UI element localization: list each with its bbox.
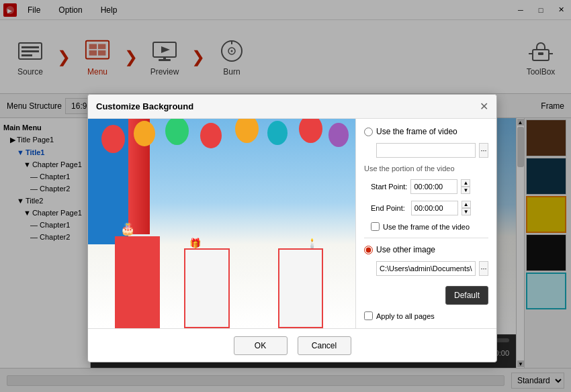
- video-path-input[interactable]: [376, 143, 476, 158]
- image-path-row: ···: [376, 261, 488, 276]
- separator: [364, 238, 488, 238]
- use-frame-checkbox-label: Use the frame of the video: [383, 223, 470, 231]
- dialog-options: Use the frame of video ··· Use the porti…: [355, 119, 496, 328]
- end-point-down[interactable]: ▼: [462, 208, 471, 215]
- use-frame-radio-row: Use the frame of video: [364, 127, 488, 136]
- use-image-label: Use other image: [376, 245, 435, 254]
- apply-all-row: Apply to all pages: [364, 311, 488, 320]
- video-browse-button[interactable]: ···: [479, 143, 488, 158]
- end-point-row: End Point: ▲ ▼: [371, 201, 488, 215]
- use-frame-checkbox-row: Use the frame of the video: [371, 222, 488, 231]
- video-portion-label: Use the portion of the video: [364, 164, 488, 173]
- use-image-radio-row: Use other image: [364, 245, 488, 254]
- use-frame-checkbox[interactable]: [371, 222, 380, 231]
- start-point-up[interactable]: ▲: [461, 179, 470, 187]
- end-point-input[interactable]: [411, 201, 458, 215]
- ok-button[interactable]: OK: [234, 336, 288, 355]
- apply-all-checkbox[interactable]: [364, 311, 373, 320]
- cancel-button[interactable]: Cancel: [298, 336, 351, 355]
- dialog-body: 🎂 🎁 🕯️ Use the frame of video ··· Use th…: [88, 119, 496, 328]
- image-browse-button[interactable]: ···: [479, 261, 488, 276]
- customize-background-dialog: Customize Background ✕: [87, 94, 497, 362]
- use-frame-label: Use the frame of video: [376, 127, 457, 136]
- dialog-footer: OK Cancel: [88, 328, 496, 362]
- start-point-row: Start Point: ▲ ▼: [371, 179, 488, 194]
- video-path-row: ···: [376, 143, 488, 158]
- dialog-video-preview: 🎂 🎁 🕯️: [88, 119, 355, 328]
- end-point-up[interactable]: ▲: [462, 201, 471, 208]
- dialog-overlay: Customize Background ✕: [0, 0, 571, 392]
- dialog-title: Customize Background: [96, 101, 480, 111]
- use-frame-radio[interactable]: [364, 128, 373, 136]
- end-point-label: End Point:: [371, 204, 405, 212]
- dialog-close-button[interactable]: ✕: [480, 100, 488, 113]
- default-button[interactable]: Default: [445, 286, 488, 305]
- use-image-radio[interactable]: [364, 246, 373, 254]
- start-point-label: Start Point:: [371, 183, 407, 191]
- image-path-input[interactable]: [376, 261, 476, 276]
- start-point-input[interactable]: [410, 179, 457, 194]
- apply-all-label: Apply to all pages: [376, 312, 435, 320]
- start-point-down[interactable]: ▼: [461, 187, 470, 194]
- dialog-header: Customize Background ✕: [88, 95, 496, 119]
